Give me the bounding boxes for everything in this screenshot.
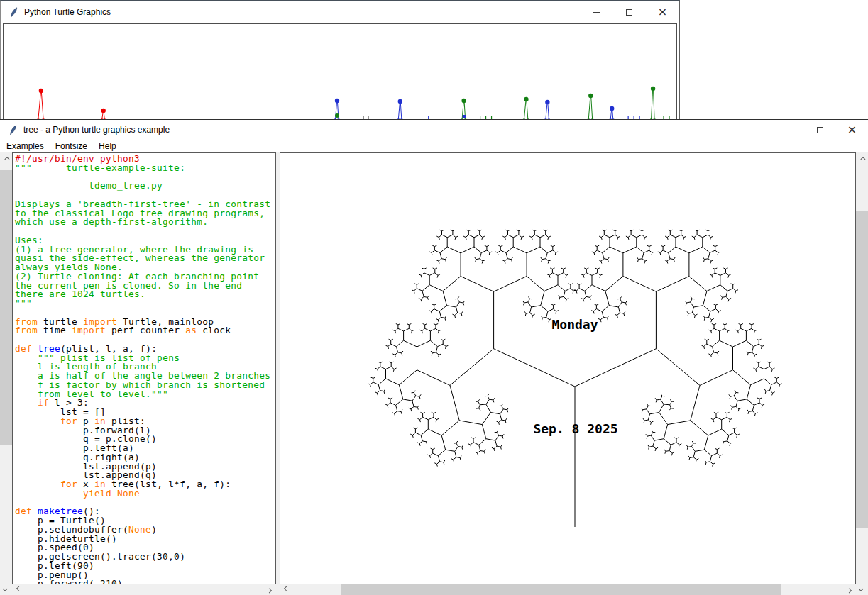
scroll-right-button[interactable]	[263, 584, 275, 595]
code-vertical-scrollbar[interactable]	[0, 152, 12, 595]
chevron-left-icon	[16, 586, 21, 591]
desktop: Python Turtle Graphics × tree - a Python…	[0, 0, 868, 595]
code-text: #!/usr/bin/env python3""" turtle-example…	[15, 155, 275, 584]
close-icon: ×	[847, 124, 857, 135]
minimize-button[interactable]	[579, 1, 612, 23]
code-line: """ turtle-example-suite:	[15, 164, 275, 173]
tk-feather-icon	[9, 125, 18, 135]
code-line: there are 1024 turtles.	[15, 290, 275, 299]
maximize-button[interactable]	[804, 120, 836, 140]
tk-feather-icon	[9, 7, 18, 18]
minimize-button[interactable]	[772, 120, 804, 140]
scroll-left-button[interactable]	[13, 584, 25, 595]
chevron-left-icon	[284, 586, 289, 591]
chevron-right-icon	[847, 588, 852, 593]
code-line: yield None	[15, 489, 275, 499]
close-button[interactable]: ×	[836, 120, 868, 140]
code-line: from time import perf_counter as clock	[15, 326, 275, 335]
tree-demo-window: tree - a Python turtle graphics example …	[0, 119, 868, 595]
maximize-icon	[817, 127, 823, 133]
scrollbar-thumb[interactable]	[0, 170, 12, 445]
turtle-sprout	[523, 97, 529, 119]
code-editor[interactable]: #!/usr/bin/env python3""" turtle-example…	[12, 152, 276, 584]
minimize-icon	[785, 130, 792, 130]
turtle-sprout	[37, 89, 44, 119]
tree-window-titlebar[interactable]: tree - a Python turtle graphics example …	[0, 120, 868, 140]
code-line	[15, 227, 275, 236]
scroll-up-button[interactable]	[856, 154, 868, 165]
minimize-icon	[593, 12, 600, 13]
background-window: Python Turtle Graphics ×	[0, 0, 680, 119]
turtle-sprout	[610, 106, 615, 119]
turtle-canvas[interactable]: MondaySep. 8 2025	[280, 152, 856, 584]
menu-fontsize[interactable]: Fontsize	[50, 140, 93, 152]
scrollbar-thumb[interactable]	[856, 211, 868, 528]
sprouts-drawing	[4, 24, 676, 119]
canvas-vertical-scrollbar[interactable]	[856, 152, 868, 595]
chevron-down-icon	[3, 586, 8, 591]
window-controls: ×	[772, 120, 868, 140]
menu-help[interactable]: Help	[93, 140, 122, 152]
maximize-button[interactable]	[612, 1, 646, 23]
scroll-left-button[interactable]	[280, 584, 292, 595]
chevron-up-icon	[860, 157, 865, 162]
fractal-tree-drawing: MondaySep. 8 2025	[280, 153, 855, 584]
code-horizontal-scrollbar[interactable]	[12, 584, 276, 595]
chevron-right-icon	[267, 588, 272, 593]
window-content: #!/usr/bin/env python3""" turtle-example…	[0, 152, 868, 595]
tree-branches	[368, 230, 781, 527]
turtle-sprout	[544, 100, 549, 119]
window-title: Python Turtle Graphics	[24, 7, 111, 17]
menu-examples[interactable]: Examples	[1, 140, 50, 152]
code-line: p.forward(-210)	[15, 579, 275, 584]
scroll-down-button[interactable]	[0, 584, 12, 594]
code-line: """	[15, 299, 275, 308]
scrollbar-thumb[interactable]	[341, 584, 781, 595]
maximize-icon	[626, 9, 632, 16]
window-title: tree - a Python turtle graphics example	[23, 125, 170, 135]
canvas-text: Monday	[551, 317, 598, 332]
chevron-down-icon	[859, 586, 864, 591]
chevron-up-icon	[4, 157, 9, 162]
canvas-horizontal-scrollbar[interactable]	[280, 584, 856, 595]
scroll-right-button[interactable]	[843, 584, 855, 595]
turtle-sprout	[101, 109, 106, 119]
turtle-sprout	[588, 94, 593, 119]
turtle-sprout	[397, 99, 402, 119]
window-controls: ×	[579, 1, 679, 23]
canvas-text: Sep. 8 2025	[533, 421, 617, 436]
turtle-canvas-background[interactable]	[3, 23, 677, 119]
sprout-square	[463, 115, 466, 118]
scroll-down-button[interactable]	[856, 584, 868, 594]
sprout-dot	[335, 113, 339, 118]
menu-bar: ExamplesFontsizeHelp	[0, 140, 868, 152]
background-window-titlebar[interactable]: Python Turtle Graphics ×	[1, 1, 679, 23]
close-icon: ×	[658, 6, 667, 18]
code-line: tdemo_tree.py	[15, 182, 275, 191]
turtle-sprout	[650, 87, 655, 119]
code-line: which use a depth-first-algorithm.	[15, 218, 275, 227]
close-button[interactable]: ×	[646, 1, 679, 23]
scroll-up-button[interactable]	[0, 154, 12, 165]
